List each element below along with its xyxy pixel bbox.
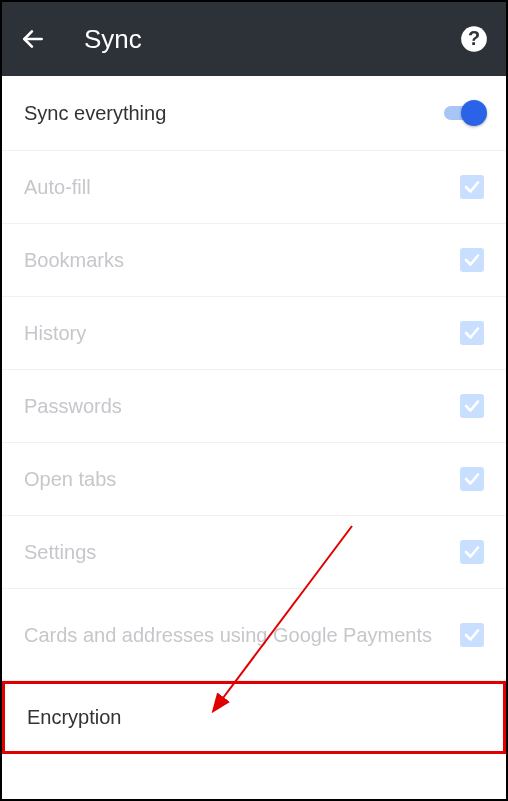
- sync-everything-row[interactable]: Sync everything: [2, 76, 506, 151]
- app-header: Sync ?: [2, 2, 506, 76]
- sync-item-cards: Cards and addresses using Google Payment…: [2, 589, 506, 681]
- toggle-thumb: [461, 100, 487, 126]
- help-icon: ?: [460, 25, 488, 53]
- help-button[interactable]: ?: [460, 25, 488, 53]
- sync-item-label: Auto-fill: [24, 176, 460, 199]
- sync-item-label: Open tabs: [24, 468, 460, 491]
- sync-item-label: Bookmarks: [24, 249, 460, 272]
- page-title: Sync: [84, 24, 142, 55]
- back-arrow-icon: [20, 26, 46, 52]
- sync-item-bookmarks: Bookmarks: [2, 224, 506, 297]
- check-icon: [463, 178, 481, 196]
- svg-text:?: ?: [468, 27, 480, 49]
- check-icon: [463, 543, 481, 561]
- check-icon: [463, 470, 481, 488]
- sync-item-passwords: Passwords: [2, 370, 506, 443]
- check-icon: [463, 397, 481, 415]
- sync-item-label: History: [24, 322, 460, 345]
- encryption-label: Encryption: [27, 706, 481, 729]
- sync-item-checkbox: [460, 248, 484, 272]
- sync-item-label: Settings: [24, 541, 460, 564]
- sync-item-checkbox: [460, 175, 484, 199]
- sync-item-autofill: Auto-fill: [2, 151, 506, 224]
- check-icon: [463, 324, 481, 342]
- sync-everything-label: Sync everything: [24, 102, 440, 125]
- check-icon: [463, 626, 481, 644]
- encryption-row[interactable]: Encryption: [2, 681, 506, 754]
- sync-item-label: Cards and addresses using Google Payment…: [24, 622, 460, 648]
- sync-everything-toggle[interactable]: [440, 99, 484, 127]
- check-icon: [463, 251, 481, 269]
- sync-item-checkbox: [460, 623, 484, 647]
- back-button[interactable]: [20, 26, 46, 52]
- sync-item-checkbox: [460, 467, 484, 491]
- sync-item-settings: Settings: [2, 516, 506, 589]
- sync-item-label: Passwords: [24, 395, 460, 418]
- sync-item-checkbox: [460, 394, 484, 418]
- sync-item-opentabs: Open tabs: [2, 443, 506, 516]
- sync-item-checkbox: [460, 321, 484, 345]
- sync-item-history: History: [2, 297, 506, 370]
- sync-item-checkbox: [460, 540, 484, 564]
